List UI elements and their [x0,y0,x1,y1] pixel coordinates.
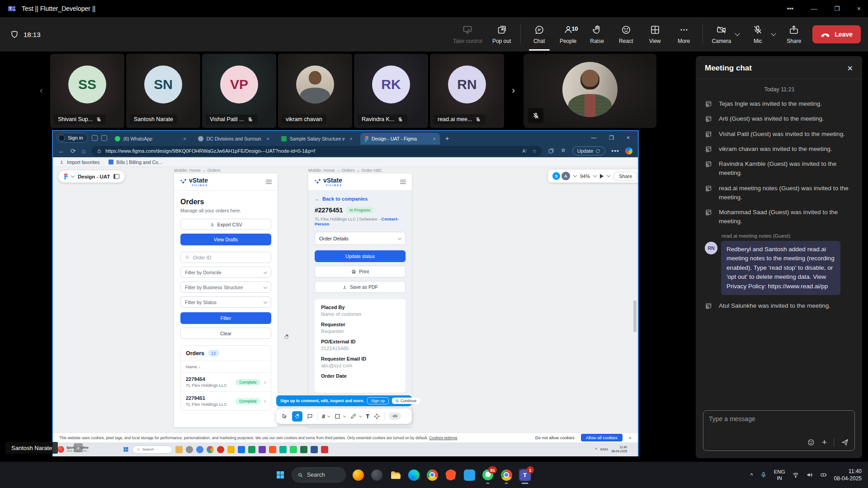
read-aloud-icon[interactable]: A⁾ [522,148,527,154]
home-button[interactable]: ⌂ [82,147,85,155]
shared-taskbar-icon[interactable] [186,446,193,453]
participant-tile-santosh[interactable]: SN Santosh Narate [126,54,200,128]
collaborators-chevron-icon[interactable] [573,174,577,177]
taskbar-icon-file-explorer[interactable] [389,469,401,481]
canvas-scrollbar[interactable] [633,300,637,332]
close-icon[interactable]: ✕ [847,64,853,73]
shared-taskbar-icon[interactable] [207,446,214,453]
shared-taskbar-icon[interactable] [217,446,224,453]
chevron-down-icon[interactable] [343,414,346,417]
shared-taskbar-icon[interactable] [259,446,266,453]
tab-salary-sheet[interactable]: Sample Salary Structure with calc × [277,133,357,145]
shared-taskbar-icon[interactable] [311,446,318,453]
filmstrip-next-button[interactable] [505,54,521,128]
browser-menu-icon[interactable]: ••• [611,147,619,155]
tab-figma[interactable]: Design - UAT - Figma × [360,133,440,145]
copilot-icon[interactable] [625,147,632,155]
frame-label[interactable]: Mobile: Home → Orders → Order ABC [308,168,382,173]
mic-button[interactable]: Mic [747,22,768,47]
allow-cookies-button[interactable]: Allow all cookies [581,434,623,441]
present-icon[interactable] [600,174,604,178]
reload-button[interactable]: ⟳ [71,147,76,155]
taskbar-icon-copilot[interactable] [370,469,383,481]
language-indicator[interactable]: ENG IN [774,469,785,482]
tab-close-icon[interactable]: × [433,136,435,141]
shared-taskbar-icon[interactable] [290,446,297,453]
signup-button[interactable]: Sign up [367,397,389,404]
camera-button[interactable]: Camera [711,22,732,47]
attach-plus-icon[interactable]: + [822,438,827,446]
favorite-import[interactable]: Import favorites [59,160,99,165]
window-minimize-button[interactable]: — [811,5,817,12]
tray-expand-icon[interactable]: ^ [595,447,597,452]
zoom-add-icon[interactable]: + [74,443,83,452]
new-tab-button[interactable]: + [445,134,449,142]
browser-close-button[interactable]: × [627,135,630,141]
camera-options-chevron-icon[interactable] [735,31,740,36]
window-close-button[interactable]: × [857,5,861,12]
browser-maximize-button[interactable]: ❐ [609,135,614,141]
pen-tool-icon[interactable] [350,413,357,420]
shared-taskbar-icon[interactable] [300,446,307,453]
raise-hand-button[interactable]: Raise [587,22,608,47]
address-field[interactable]: https://www.figma.com/design/9BKQ0FOHRWa… [91,146,542,156]
favorite-bills[interactable]: Bills | Billing and Co... [108,160,162,165]
chevron-down-icon[interactable] [327,414,330,417]
filter-business-structure-select[interactable]: Filter by Business Structure [180,282,271,293]
window-more-button[interactable]: ••• [787,5,794,12]
people-button[interactable]: 10 People [558,22,579,47]
battery-icon[interactable] [820,471,827,479]
hand-tool-button[interactable] [292,411,302,422]
filter-button[interactable]: Filter [180,312,271,324]
filmstrip-prev-button[interactable] [33,54,50,128]
taskbar-icon-chrome-2[interactable] [500,469,513,481]
favorite-star-icon[interactable]: ☆ [532,148,537,154]
shared-taskbar-icon[interactable] [175,446,183,453]
present-chevron-icon[interactable] [607,174,610,177]
shared-taskbar-icon[interactable] [321,446,328,453]
shared-taskbar-icon[interactable] [238,446,245,453]
print-button[interactable]: Print [315,266,406,277]
shared-search-box[interactable]: Search [132,446,172,454]
shape-tool-icon[interactable] [334,413,341,420]
browser-profile-button[interactable]: Sign in [57,133,88,143]
leave-button[interactable]: Leave [812,25,861,43]
export-csv-button[interactable]: Export CSV [180,219,271,230]
order-row[interactable]: 2279451 TL Flex Holdings LLC Complete › [181,391,271,410]
frame-tool-icon[interactable]: # [322,413,325,420]
volume-icon[interactable] [806,471,813,479]
deny-cookies-button[interactable]: Do not allow cookies [535,435,575,440]
taskbar-icon-vscode[interactable] [463,469,476,481]
taskbar-icon-whatsapp[interactable]: 81 [481,469,494,481]
move-tool-icon[interactable] [281,413,288,420]
chat-message-input[interactable] [709,415,849,422]
figma-share-button[interactable]: Share [613,172,637,181]
figma-file-pill[interactable]: Design - UAT [58,170,125,183]
cookie-settings-link[interactable]: Cookies settings [429,436,457,440]
tab-close-icon[interactable]: × [183,136,186,141]
tab-close-icon[interactable]: × [266,136,269,141]
view-drafts-button[interactable]: View Drafts [180,234,271,245]
filter-status-select[interactable]: Filter by Status [180,296,271,308]
view-button[interactable]: View [645,22,665,47]
orders-column-header[interactable]: Name ↓ [181,361,271,372]
taskbar-icon-edge[interactable] [407,469,420,481]
chat-button[interactable]: Chat [529,22,550,47]
hamburger-menu-icon[interactable] [266,180,272,184]
shared-taskbar-icon[interactable] [227,446,235,453]
send-icon[interactable] [841,438,849,446]
update-status-button[interactable]: Update status [315,250,406,262]
wifi-icon[interactable] [792,471,799,479]
collaborator-avatar[interactable]: A [561,172,570,180]
frame-label[interactable]: Mobile: Home → Orders [174,168,220,173]
shared-taskbar-icon[interactable] [248,446,255,453]
tray-mic-icon[interactable] [760,471,767,479]
google-continue-button[interactable]: G Continue [392,398,420,404]
taskbar-icon-firefox[interactable] [352,469,364,481]
tab-close-icon[interactable]: × [349,136,352,141]
react-button[interactable]: React [616,22,637,47]
figma-frame-orders[interactable]: vState FILINGS Orders Manage all your or… [174,174,278,427]
layers-panel-icon[interactable] [113,174,119,179]
participant-tile-vikram[interactable]: vikram chavan [278,54,352,128]
back-button[interactable]: ← [58,147,65,155]
